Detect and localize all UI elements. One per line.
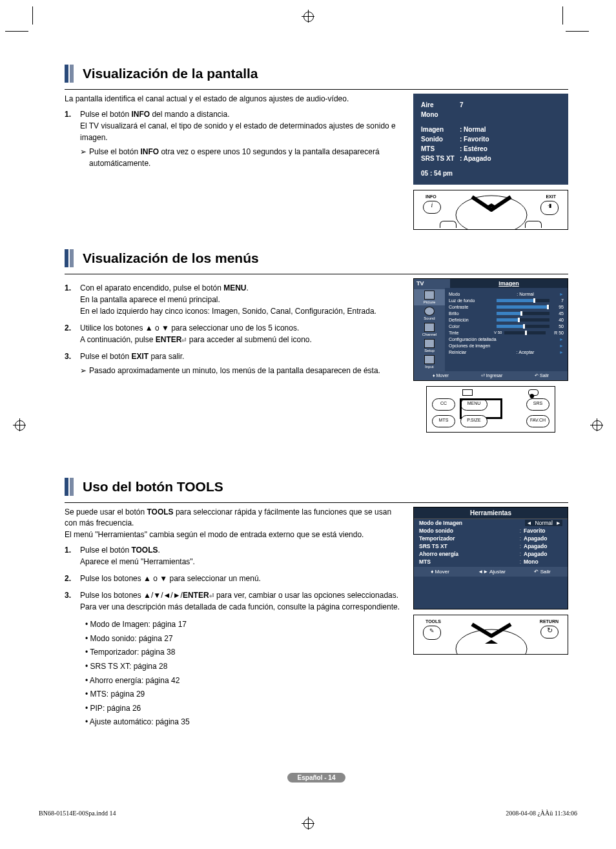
menu-button: MENU [460, 398, 488, 411]
menu-row-val: 40 [552, 318, 564, 322]
mts-button: MTS [432, 415, 455, 427]
section-1-title: Visualización de la pantalla [83, 66, 258, 81]
tools-val: Apagado [524, 535, 562, 542]
reg-mark-left [13, 418, 26, 431]
bold: TOOLS [131, 546, 158, 555]
text: Ajustar [489, 569, 506, 575]
text: En la pantalla aparece el menú principal… [80, 295, 220, 304]
osd-row-lbl: Imagen [421, 125, 460, 134]
footer-exit: ↶ Salir [534, 569, 550, 575]
text: A continuación, pulse [80, 335, 156, 344]
arrow-right-icon: ► [556, 520, 561, 526]
tools-lbl: SRS TS XT [419, 543, 520, 549]
text: Pulse los botones ▲ o ▼ para seleccionar… [80, 574, 261, 583]
bold: INFO [140, 147, 159, 156]
exit-button-icon: ·▮ [540, 201, 559, 215]
menu-tint-left: V 50 [494, 331, 502, 334]
reg-mark-bottom [302, 817, 314, 830]
text: Salir [540, 569, 551, 575]
text: para acceder al submenú del icono. [187, 335, 311, 344]
menu-row-lbl: Definición [449, 318, 494, 322]
tools-button-icon: ✎ [423, 626, 441, 640]
osd-channel: 7 [460, 100, 464, 110]
menu-row-lbl: Modo [449, 292, 494, 296]
section-rule [65, 89, 568, 90]
arrow-left-icon: ◄ [526, 520, 531, 526]
sidebar-item-input: Input [414, 354, 445, 370]
bold: ENTER [183, 591, 209, 600]
page: Visualización de la pantalla La pantalla… [0, 0, 616, 849]
text: El menú "Herramientas" cambia según el m… [65, 530, 364, 539]
text: para salir. [149, 352, 184, 361]
psize-button: P.SIZE [460, 415, 488, 427]
bullet-item: • Ahorro energía: página 42 [85, 674, 400, 688]
text: Mover [436, 373, 448, 378]
menu-row-val: 45 [552, 311, 564, 316]
remote-btn [525, 221, 542, 228]
text: . [247, 283, 249, 292]
footer-move: ♦ Mover [433, 373, 449, 378]
remote-camera-icon: ● [528, 389, 539, 396]
section-1-intro: La pantalla identifica el canal actual y… [65, 94, 400, 105]
remote-btn [440, 221, 457, 228]
menu-row-val: : Aceptar [494, 350, 557, 354]
osd-row-lbl: Sonido [421, 134, 460, 144]
section-2-title-bar: Visualización de los menús [65, 249, 568, 267]
text: Se puede usar el botón [65, 507, 147, 517]
footer-exit: ↶ Salir [535, 373, 549, 378]
menu-row-lbl: Reiniciar [449, 350, 494, 354]
tools-row: Modo de Imagen ◄ Normal ► [414, 519, 568, 527]
footer-filename: BN68-01514E-00Spa.indd 14 [39, 810, 116, 817]
s3-intro: Se puede usar el botón TOOLS para selecc… [65, 507, 400, 540]
remote-tools-label: TOOLS [426, 619, 441, 624]
page-number-badge: Español - 14 [287, 773, 346, 783]
tools-val: Favorito [524, 527, 562, 534]
menu-row-lbl: Tinte [449, 331, 494, 335]
remote-illustration-3: TOOLS RETURN ✎ ↻ [413, 615, 568, 655]
s3-step-3: 3. Pulse los botones ▲/▼/◄/►/ENTER⏎ para… [80, 589, 400, 613]
tools-lbl: Ahorro energía [419, 551, 520, 557]
bullet-item: • Ajuste automático: página 35 [85, 715, 400, 730]
tools-row: SRS TS XT:Apagado [414, 542, 568, 550]
text: Mover [435, 569, 449, 575]
osd-time: 05 : 54 pm [421, 169, 453, 178]
osd-row-val: : Favorito [460, 134, 489, 144]
s1-step-1: 1. Pulse el botón INFO del mando a dista… [80, 108, 400, 169]
menu-row-lbl: Color [449, 324, 494, 329]
text: Salir [540, 373, 549, 378]
text: Aparece el menú "Herramientas". [80, 557, 195, 566]
sidebar-label: Setup [424, 349, 435, 353]
menu-row-val: R 50 [548, 331, 564, 335]
text: El TV visualizará el canal, el tipo de s… [80, 121, 396, 142]
tools-val: Mono [524, 558, 562, 565]
crop-line [5, 31, 28, 32]
bold: ENTER [156, 335, 182, 344]
text: Pulse el botón [89, 147, 140, 156]
footer-adjust: ◄► Ajustar [478, 569, 506, 575]
setup-icon [424, 339, 435, 348]
text: Pulse el botón [80, 352, 131, 361]
remote-illustration-2: ● CC MENU SRS MTS P.SIZE FAV.CH [426, 386, 555, 433]
s2-step-2: 2. Utilice los botones ▲ o ▼ para selecc… [80, 322, 400, 345]
srs-button: SRS [526, 398, 549, 411]
tools-lbl: Modo de Imagen [419, 520, 525, 526]
text: Pasado aproximadamente un minuto, los me… [89, 366, 380, 375]
note-arrow-icon: ➢ [80, 146, 87, 158]
tools-lbl: MTS [419, 558, 520, 565]
enter-icon: ⏎ [209, 593, 214, 599]
osd-row-val: : Normal [460, 125, 486, 134]
menu-row-val: : Normal [494, 292, 557, 296]
info-button-icon: i [423, 201, 441, 214]
remote-dpad-icon [440, 620, 543, 654]
menu-sidebar: Picture Sound Channel Setup Input [414, 288, 445, 371]
text: Pulse los botones ▲/▼/◄/►/ [80, 591, 183, 600]
reg-mark-right [590, 418, 603, 431]
crop-line [562, 6, 563, 25]
remote-exit-label: EXIT [546, 194, 556, 199]
menu-row-lbl: Luz de fondo [449, 298, 494, 303]
osd-row-val: : Estéreo [460, 144, 488, 154]
sidebar-item-picture: Picture [414, 289, 445, 305]
cc-button: CC [432, 398, 455, 411]
sidebar-item-sound: Sound [414, 305, 445, 322]
menu-row-val: 95 [552, 305, 564, 309]
